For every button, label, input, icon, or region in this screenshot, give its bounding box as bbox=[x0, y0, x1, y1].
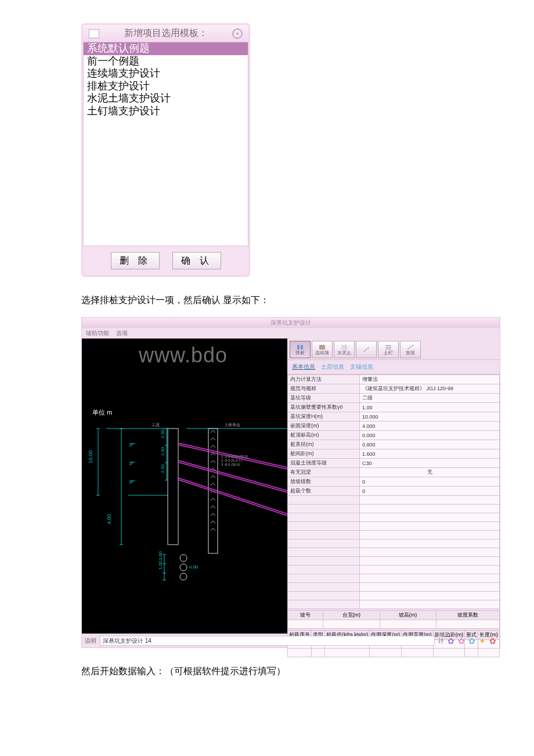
svg-rect-3 bbox=[168, 429, 178, 545]
dialog-title: 新增项目选用模板： bbox=[124, 27, 208, 39]
svg-line-27 bbox=[211, 513, 213, 516]
anchor-text-1: 1 -2.5 18.0 (30.0) bbox=[221, 455, 248, 458]
svg-line-8 bbox=[213, 438, 215, 440]
toolbtn-shuinitu[interactable]: 水泥土 bbox=[334, 341, 355, 358]
calc-button[interactable]: 计 bbox=[438, 637, 444, 645]
list-item[interactable]: 前一个例题 bbox=[84, 55, 248, 68]
template-list[interactable]: 系统默认例题 前一个例题 连续墙支护设计 排桩支护设计 水泥土墙支护设计 土钉墙… bbox=[83, 42, 248, 246]
svg-point-50 bbox=[180, 573, 187, 580]
svg-point-48 bbox=[180, 555, 187, 561]
svg-rect-70 bbox=[301, 345, 303, 350]
blank-icon bbox=[363, 347, 370, 352]
svg-line-32 bbox=[213, 528, 215, 531]
status-value: 深基坑支护设计 14 bbox=[100, 636, 435, 646]
dialog-titlebar: 新增项目选用模板： bbox=[83, 25, 248, 42]
dialog-buttons: 删 除 确 认 bbox=[83, 246, 248, 275]
svg-line-73 bbox=[363, 347, 369, 352]
toolbtn-lianxuqiang[interactable]: 连续墙 bbox=[312, 341, 333, 358]
toolbtn-tuding[interactable]: 土钉 bbox=[378, 341, 399, 358]
svg-line-19 bbox=[211, 483, 213, 485]
svg-line-36 bbox=[178, 462, 287, 492]
flower-icon: ✿ bbox=[448, 636, 455, 646]
caption-text: 选择排桩支护设计一项，然后确认 显示如下： bbox=[81, 294, 522, 307]
app-titlebar: 深基坑支护设计 bbox=[82, 318, 500, 328]
slope-grid[interactable]: 坡号 台宽(m) 坡高(m) 坡度系数 bbox=[287, 610, 500, 629]
dim-seg-mid1: 2.50 bbox=[160, 447, 165, 456]
svg-rect-72 bbox=[341, 345, 347, 350]
flower-icon: ✿ bbox=[468, 636, 476, 646]
svg-point-49 bbox=[180, 564, 187, 571]
dim-below2: 1.60 bbox=[158, 560, 163, 570]
svg-line-9 bbox=[211, 445, 213, 448]
structure-type-toolbar: 排桩 连续墙 水泥土 bbox=[287, 339, 500, 359]
pile-icon bbox=[297, 344, 304, 350]
toolbtn-fangpo[interactable]: 放坡 bbox=[400, 341, 421, 358]
svg-line-13 bbox=[211, 460, 213, 463]
app-window: 深基坑支护设计 辅助功能 选项 www.bdo 单位 m bbox=[81, 317, 500, 648]
ground-label-left: 工况 bbox=[151, 423, 160, 427]
cement-icon bbox=[341, 344, 348, 350]
anchor-text-3: 3 -8.0 (30.0) bbox=[221, 463, 240, 466]
svg-line-23 bbox=[211, 498, 213, 501]
properties-pane: 排桩 连续墙 水泥土 bbox=[287, 339, 500, 633]
list-item[interactable]: 水泥土墙支护设计 bbox=[84, 92, 248, 105]
flower-icon: ✿ bbox=[489, 636, 497, 646]
dim-embed: 4.00 bbox=[106, 514, 112, 524]
svg-line-30 bbox=[213, 521, 215, 523]
menu-item[interactable]: 选项 bbox=[116, 329, 128, 337]
svg-line-18 bbox=[213, 476, 215, 478]
slope-icon bbox=[407, 344, 414, 350]
dim-seg-mid2: 2.50 bbox=[160, 464, 165, 473]
dim-below1: 1.60 bbox=[158, 551, 163, 560]
window-icon bbox=[89, 29, 99, 38]
structure-diagram: 10.00 4.00 2.50 2.50 2.50 1.60 1.60 bbox=[82, 339, 287, 633]
ground-label-right: 上体单位 bbox=[224, 423, 240, 427]
svg-line-6 bbox=[213, 430, 215, 433]
template-dialog: 新增项目选用模板： 系统默认例题 前一个例题 连续墙支护设计 排桩支护设计 水泥… bbox=[81, 23, 250, 277]
drawing-canvas[interactable]: www.bdo 单位 m bbox=[82, 339, 287, 633]
svg-line-14 bbox=[213, 460, 215, 463]
dim-left-vertical: 10.00 bbox=[88, 450, 93, 463]
menu-item[interactable]: 辅助功能 bbox=[86, 329, 109, 337]
radio-icon bbox=[232, 28, 243, 39]
delete-button[interactable]: 删 除 bbox=[111, 252, 160, 269]
properties-table[interactable]: 内力计算方法增量法 规范与规程《建筑基坑支护技术规程》 JGJ 120-99 基… bbox=[287, 375, 500, 609]
app-title: 深基坑支护设计 bbox=[85, 319, 496, 327]
svg-line-17 bbox=[211, 476, 213, 478]
svg-line-10 bbox=[213, 445, 215, 448]
toolbtn-blank[interactable] bbox=[356, 341, 377, 358]
dim-dia: 0.80 bbox=[189, 564, 199, 570]
list-item[interactable]: 排桩支护设计 bbox=[84, 80, 248, 93]
svg-rect-71 bbox=[319, 345, 325, 350]
svg-line-20 bbox=[213, 483, 215, 485]
app-menubar: 辅助功能 选项 bbox=[82, 328, 500, 339]
svg-line-5 bbox=[211, 430, 213, 433]
properties-tabs: 基本信息 土层信息 支锚信息 bbox=[287, 359, 500, 375]
wall-icon bbox=[319, 344, 326, 350]
svg-line-7 bbox=[211, 438, 213, 440]
svg-line-37 bbox=[178, 478, 287, 514]
caption-text-2: 然后开始数据输入：（可根据软件提示进行填写） bbox=[81, 665, 522, 678]
svg-line-25 bbox=[211, 506, 213, 508]
tab-basic[interactable]: 基本信息 bbox=[292, 363, 315, 371]
svg-rect-69 bbox=[297, 345, 300, 350]
flower-icon: ✿ bbox=[458, 636, 466, 646]
svg-line-29 bbox=[211, 521, 213, 523]
flower-icon: ✦ bbox=[479, 636, 486, 646]
list-item[interactable]: 系统默认例题 bbox=[84, 42, 248, 55]
svg-line-26 bbox=[213, 506, 215, 508]
tab-anchor[interactable]: 支锚信息 bbox=[350, 363, 373, 371]
tab-soil[interactable]: 土层信息 bbox=[321, 363, 344, 371]
list-item[interactable]: 土钉墙支护设计 bbox=[84, 105, 248, 118]
anchor-text-2: 2 -5.0 21.0 (-) bbox=[221, 459, 242, 462]
status-label: 说明 bbox=[85, 637, 96, 645]
svg-line-38 bbox=[178, 480, 287, 516]
svg-line-24 bbox=[213, 498, 215, 501]
list-item[interactable]: 连续墙支护设计 bbox=[84, 67, 248, 80]
dim-seg-top: 2.50 bbox=[160, 429, 165, 438]
toolbtn-paizhuan[interactable]: 排桩 bbox=[290, 341, 311, 358]
svg-line-28 bbox=[213, 513, 215, 516]
svg-line-31 bbox=[211, 528, 213, 531]
confirm-button[interactable]: 确 认 bbox=[172, 252, 221, 269]
flower-icons: ✿ ✿ ✿ ✦ ✿ bbox=[448, 636, 497, 646]
